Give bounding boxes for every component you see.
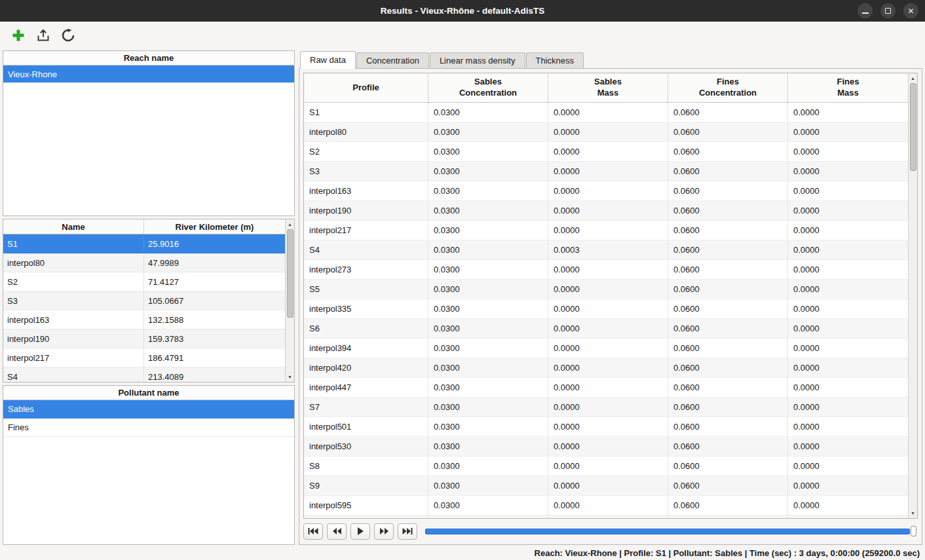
column-header[interactable]: Fines Mass [788,73,908,102]
tab-concentration[interactable]: Concentration [356,52,429,68]
playback-controls [303,522,918,540]
profile-row[interactable]: interpol163132.1588 [3,310,285,329]
table-cell: interpol273 [304,260,428,279]
column-header[interactable]: Sables Concentration [428,73,548,102]
column-header[interactable]: Sables Mass [548,73,668,102]
column-header-river-kilometer[interactable]: River Kilometer (m) [144,219,285,234]
column-header[interactable]: Profile [304,73,428,102]
table-row[interactable]: S10.03000.00000.06000.0000 [304,103,908,122]
add-button[interactable] [10,28,26,43]
titlebar[interactable]: Results - Vieux-Rhône - default-AdisTS ✕ [0,0,925,22]
profile-row[interactable]: interpol8047.9989 [3,253,285,272]
table-cell: 0.0000 [548,398,668,417]
table-row[interactable]: S50.03000.00000.06000.0000 [304,280,908,299]
table-cell: 0.0000 [548,358,668,377]
table-cell: S8 [304,457,428,476]
close-button[interactable]: ✕ [903,3,918,18]
profile-cell: S4 [3,367,144,383]
play-button[interactable] [350,523,370,540]
tab-bar: Raw dataConcentrationLinear mass density… [299,50,922,68]
column-header[interactable]: Fines Concentration [668,73,788,102]
pollutant-item[interactable]: Sables [3,400,294,419]
profile-row[interactable]: S125.9016 [3,234,285,253]
table-row[interactable]: S20.03000.00000.06000.0000 [304,142,908,162]
scroll-up-icon[interactable]: ▲ [909,74,917,83]
export-button[interactable] [35,28,51,43]
table-cell: 0.0000 [788,201,908,220]
table-row[interactable]: S60.03000.00000.06000.0000 [304,319,908,339]
time-slider-thumb[interactable] [911,526,916,536]
table-row[interactable]: interpol5010.03000.00000.06000.0000 [304,417,908,437]
table-row[interactable]: interpol5300.03000.00000.06000.0000 [304,437,908,457]
table-row[interactable]: interpol4470.03000.00000.06000.0000 [304,378,908,398]
table-row[interactable]: interpol3350.03000.00000.06000.0000 [304,299,908,319]
skip-to-end-button[interactable] [398,523,417,540]
table-cell: 0.0000 [548,122,668,141]
table-cell: 0.0300 [428,260,548,279]
table-cell: 0.0600 [668,319,788,338]
data-table-header: ProfileSables ConcentrationSables MassFi… [304,73,908,103]
profiles-scrollbar[interactable]: ▲ ▼ [285,219,294,382]
table-cell: 0.0000 [548,162,668,181]
table-cell: 0.0000 [788,181,908,200]
table-cell: 0.0300 [428,457,548,476]
table-row[interactable]: interpol1900.03000.00000.06000.0000 [304,201,908,221]
table-row[interactable]: interpol800.03000.00000.06000.0000 [304,122,908,142]
data-table-scrollbar[interactable]: ▲ ▼ [908,73,917,518]
profile-cell: 213.4089 [144,367,285,383]
table-cell: 0.0300 [428,201,548,220]
reach-list: Vieux-Rhone [3,65,294,83]
table-cell: 0.0000 [548,339,668,358]
data-table: ProfileSables ConcentrationSables MassFi… [303,73,918,519]
minimize-button[interactable] [858,3,873,18]
table-row[interactable]: interpol5950.03000.00000.06000.0000 [304,496,908,515]
table-cell: 0.0600 [668,476,788,495]
table-row[interactable]: S30.03000.00000.06000.0000 [304,162,908,181]
reach-item[interactable]: Vieux-Rhone [3,65,294,83]
table-row[interactable]: interpol3940.03000.00000.06000.0000 [304,339,908,358]
table-cell: interpol217 [304,221,428,240]
profile-row[interactable]: S4213.4089 [3,367,285,383]
table-row[interactable]: S100.03000.00000.06000.0000 [304,515,908,519]
tab-raw-data[interactable]: Raw data [300,51,356,69]
table-row[interactable]: S70.03000.00000.06000.0000 [304,398,908,417]
step-backward-button[interactable] [327,523,347,540]
table-cell: 0.0000 [788,122,908,141]
refresh-button[interactable] [60,28,76,43]
scrollbar-thumb[interactable] [910,83,916,171]
table-row[interactable]: S80.03000.00000.06000.0000 [304,457,908,476]
table-cell: 0.0600 [668,496,788,515]
profile-row[interactable]: interpol217186.4791 [3,348,285,367]
table-row[interactable]: interpol4200.03000.00000.06000.0000 [304,358,908,378]
column-header-name[interactable]: Name [3,219,144,234]
step-forward-icon [379,528,389,534]
profile-cell: 25.9016 [144,234,285,253]
table-cell: 0.0600 [668,299,788,318]
profile-cell: S1 [3,234,144,253]
table-cell: 0.0000 [788,319,908,338]
table-row[interactable]: interpol2170.03000.00000.06000.0000 [304,221,908,240]
table-row[interactable]: interpol2730.03000.00000.06000.0000 [304,260,908,280]
main-content: Reach name Vieux-Rhone Name River Kilome… [0,49,925,546]
scroll-down-icon[interactable]: ▼ [909,509,917,517]
step-forward-button[interactable] [374,523,394,540]
table-row[interactable]: interpol1630.03000.00000.06000.0000 [304,181,908,201]
time-slider[interactable] [425,525,916,538]
plus-icon [11,28,26,43]
tab-thickness[interactable]: Thickness [526,52,584,68]
scroll-down-icon[interactable]: ▼ [286,373,294,381]
table-cell: S10 [304,515,428,519]
pollutant-item[interactable]: Fines [3,419,294,437]
scroll-up-icon[interactable]: ▲ [286,220,294,229]
skip-to-start-button[interactable] [303,523,323,540]
maximize-button[interactable] [880,3,896,18]
table-cell: 0.0300 [428,240,548,259]
profile-row[interactable]: interpol190159.3783 [3,329,285,348]
table-row[interactable]: S90.03000.00000.06000.0000 [304,476,908,496]
profile-row[interactable]: S271.4127 [3,272,285,291]
scrollbar-thumb[interactable] [287,229,293,318]
profile-row[interactable]: S3105.0667 [3,291,285,310]
table-cell: 0.0300 [428,221,548,240]
table-row[interactable]: S40.03000.00030.06000.0000 [304,240,908,260]
tab-linear-mass-density[interactable]: Linear mass density [430,52,525,68]
